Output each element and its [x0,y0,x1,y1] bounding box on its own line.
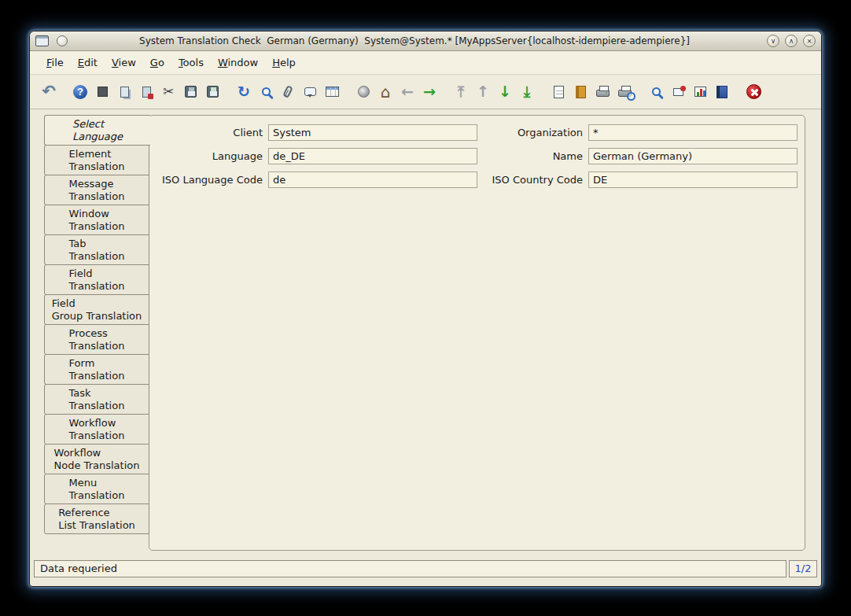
find-button[interactable] [255,81,277,103]
window-menu-icon[interactable] [35,35,49,46]
iso-country-code-label: ISO Country Code [477,174,588,186]
save-create-button[interactable] [201,81,223,103]
tab-label: Element Translation [69,148,125,173]
menu-go-mnemonic: G [150,57,158,68]
tab-reference-list-translation[interactable]: Reference List Translation [44,503,149,534]
tab-label: Reference List Translation [58,507,135,532]
ignore-button[interactable]: ↶ [38,81,60,103]
tab-tab-translation[interactable]: Tab Translation [44,234,149,265]
requery-button[interactable]: ↻ [233,81,255,103]
new-record-icon [98,87,108,97]
menu-help-label: elp [280,57,296,68]
menu-tools[interactable]: Tools [171,54,211,71]
menu-help-mnemonic: H [272,57,280,68]
unshade-button[interactable]: ∧ [785,35,798,47]
tab-window-translation[interactable]: Window Translation [44,205,149,235]
last-record-button[interactable]: ⤓ [516,81,538,103]
tab-task-translation[interactable]: Task Translation [44,384,149,415]
menu-home-button[interactable]: ⌂ [374,81,396,103]
workflow-button[interactable] [352,81,374,103]
end-window-button[interactable] [742,81,764,103]
print-button[interactable] [591,81,613,103]
menu-window[interactable]: Window [211,54,265,71]
parent-record-button[interactable]: ← [396,81,418,103]
save-button[interactable] [179,81,201,103]
request-icon [673,88,683,96]
tab-label: Window Translation [69,208,125,233]
menu-file-label: ile [52,57,64,68]
tab-workflow-node-translation[interactable]: Workflow Node Translation [44,444,149,474]
tab-sidebar: Select Language Element Translation Mess… [44,115,149,557]
request-button[interactable] [667,81,689,103]
tab-form-translation[interactable]: Form Translation [44,354,149,385]
attachment-icon [282,85,293,98]
first-record-button[interactable]: ⤒ [450,81,472,103]
grid-toggle-icon [326,87,339,97]
tab-label: Workflow Node Translation [54,447,140,472]
tab-process-translation[interactable]: Process Translation [44,324,149,355]
workflow-icon [358,86,370,98]
new-record-button[interactable] [91,81,113,103]
iso-language-code-field[interactable] [268,172,477,188]
organization-field[interactable] [588,124,798,141]
name-field[interactable] [588,148,798,164]
archive-icon [576,86,586,98]
menu-file[interactable]: File [39,54,71,71]
tab-menu-translation[interactable]: Menu Translation [44,474,149,504]
toolbar: ↶ ? ✂ ↻ ⌂ ← → ⤒ ↑ ↓ ⤓ [30,75,821,109]
detail-record-button[interactable]: → [418,81,440,103]
previous-record-icon: ↑ [477,84,489,99]
archive-button[interactable] [569,81,591,103]
delete-record-button[interactable] [135,81,157,103]
client-field[interactable] [268,124,477,141]
report-icon [554,86,564,98]
attachment-button[interactable] [277,81,299,103]
menu-go[interactable]: Go [143,54,171,71]
tab-select-language[interactable]: Select Language [44,115,150,146]
delete-record-icon [142,87,151,98]
help-button[interactable]: ? [69,81,91,103]
previous-record-button[interactable]: ↑ [472,81,494,103]
tab-field-translation[interactable]: Field Translation [44,264,149,295]
tab-element-translation[interactable]: Element Translation [44,145,149,175]
menu-view[interactable]: View [105,54,143,71]
form-row: Language Name [149,144,805,168]
product-info-button[interactable] [689,81,711,103]
shade-button[interactable]: ∨ [767,35,779,47]
tab-message-translation[interactable]: Message Translation [44,175,149,205]
end-icon [746,84,761,99]
close-icon: × [806,37,812,45]
tab-label: Select Language [72,118,123,143]
menu-bar: File Edit View Go Tools Window Help [30,51,821,75]
tab-label: Tab Translation [69,238,125,263]
detail-record-icon: → [423,84,436,99]
last-record-icon: ⤓ [524,84,530,99]
language-field[interactable] [268,148,477,164]
menu-view-mnemonic: V [112,57,119,68]
delete-selection-icon: ✂ [163,85,174,98]
menu-help[interactable]: Help [265,54,303,71]
close-button[interactable]: × [803,35,816,47]
delete-selection-button[interactable]: ✂ [157,81,179,103]
tab-label: Message Translation [69,178,125,203]
tab-workflow-translation[interactable]: Workflow Translation [44,414,149,444]
tab-label: Workflow Translation [69,417,125,442]
zoom-across-button[interactable] [645,81,667,103]
iso-country-code-field[interactable] [588,172,798,188]
archived-documents-button[interactable] [711,81,733,103]
help-icon: ? [73,85,87,99]
print-preview-icon [618,90,632,97]
sticky-icon[interactable] [57,35,68,46]
report-button[interactable] [547,81,569,103]
next-record-button[interactable]: ↓ [494,81,516,103]
grid-toggle-button[interactable] [321,81,343,103]
copy-record-button[interactable] [113,81,135,103]
content-area: Select Language Element Translation Mess… [30,109,821,557]
archived-documents-icon [717,86,728,98]
menu-edit[interactable]: Edit [71,54,105,71]
tab-field-group-translation[interactable]: Field Group Translation [44,294,149,325]
print-preview-button[interactable] [613,81,635,103]
chat-button[interactable] [299,81,321,103]
menu-edit-mnemonic: E [78,57,84,68]
menu-window-mnemonic: W [218,57,228,68]
